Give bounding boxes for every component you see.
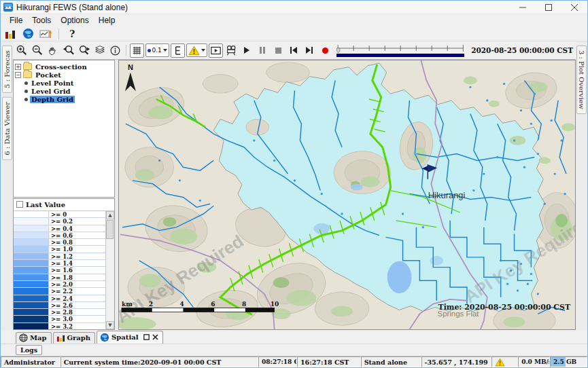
map-time-label: Time: 2020-08-25 00:00:00 CST xyxy=(438,303,570,312)
warning-icon xyxy=(495,358,505,367)
legend-list: >= 0 >= 0.2 >= 0.4 >= 0.6 >= 0.8 >= 1.0 … xyxy=(14,211,105,329)
place-label-hikurangi: Hikurangi xyxy=(428,190,466,200)
legend-row: >= 2.6 xyxy=(14,302,105,309)
warning-dropdown[interactable] xyxy=(186,43,207,57)
pan-hand-icon xyxy=(47,45,58,56)
stop-button[interactable] xyxy=(271,43,286,58)
interval-value: 0.1 xyxy=(152,47,162,54)
tree-item-level-grid[interactable]: Level Grid xyxy=(15,87,113,95)
tab-plot-overview[interactable]: 3 : Plot Overview xyxy=(576,45,587,114)
pause-button[interactable] xyxy=(256,43,270,58)
tree-label-selected[interactable]: Depth Grid xyxy=(30,96,75,103)
svg-text:4: 4 xyxy=(179,301,184,308)
grid-display-button[interactable] xyxy=(130,43,144,58)
tab-close-icon[interactable] xyxy=(152,334,158,340)
legend-row: >= 1.8 xyxy=(14,274,105,281)
tab-graph[interactable]: Graph xyxy=(53,332,96,344)
legend-scrollbar[interactable]: ▲ ▼ xyxy=(105,211,114,329)
close-icon xyxy=(571,4,578,11)
tree-label[interactable]: Level Grid xyxy=(30,88,71,95)
status-bar: Administrator Current system time:2020-0… xyxy=(1,356,587,367)
contour-interval-dropdown[interactable]: 0.1 xyxy=(145,43,169,57)
tree-item-depth-grid[interactable]: Depth Grid xyxy=(15,95,113,103)
legend-row: >= 3.0 xyxy=(14,316,105,323)
info-button[interactable] xyxy=(108,43,122,58)
profile-display-button[interactable] xyxy=(39,28,52,40)
legend-label: >= 0.8 xyxy=(49,239,105,245)
warning-icon xyxy=(188,45,200,56)
zoom-previous-button[interactable] xyxy=(61,43,75,58)
map-display-button[interactable] xyxy=(21,28,35,40)
legend-toggle-button[interactable] xyxy=(171,43,185,58)
legend-swatch xyxy=(14,225,49,232)
status-network-speed: 0.0 MB/s xyxy=(518,356,550,367)
tree-item-level-point[interactable]: Level Point xyxy=(15,79,113,87)
status-warning-cell[interactable] xyxy=(491,356,518,367)
scroll-thumb[interactable] xyxy=(106,220,114,239)
expand-icon[interactable]: + xyxy=(15,64,21,70)
tab-maximize-icon[interactable] xyxy=(143,334,150,340)
legend-row: >= 2.0 xyxy=(14,281,105,288)
step-back-button[interactable] xyxy=(287,43,301,58)
menu-help[interactable]: Help xyxy=(94,15,120,26)
legend-row: >= 2.2 xyxy=(14,288,105,295)
tree-label[interactable]: Cross-section xyxy=(34,63,88,71)
bar-chart-icon xyxy=(56,334,65,342)
last-value-checkbox[interactable] xyxy=(16,201,23,208)
legend-swatch xyxy=(14,309,49,315)
chevron-down-icon xyxy=(163,49,167,52)
map-view[interactable]: API Key Required API Key Required Hikura… xyxy=(118,60,576,330)
legend-label: >= 1.6 xyxy=(49,267,105,273)
spatial-layer-tree[interactable]: + Cross-section − Pocket Level Point xyxy=(13,60,115,198)
status-system-time: Current system time:2020-09-01 00:00 CST xyxy=(60,356,258,367)
tab-map[interactable]: Map xyxy=(16,332,52,344)
wire-globe-icon xyxy=(19,333,28,342)
legend-label: >= 1.4 xyxy=(49,260,105,266)
zoom-out-button[interactable] xyxy=(30,43,44,58)
legend-swatch xyxy=(14,323,49,329)
legend-label: >= 2.2 xyxy=(49,288,105,294)
menu-tools[interactable]: Tools xyxy=(27,15,56,26)
animation-button[interactable] xyxy=(209,43,223,58)
tab-forecasts[interactable]: 5 : Forecas xyxy=(2,45,12,93)
legend-swatch xyxy=(14,302,49,308)
close-button[interactable] xyxy=(561,1,587,14)
tree-label[interactable]: Pocket xyxy=(34,71,63,79)
legend-swatch xyxy=(14,267,49,273)
view-tab-bar: Map Graph Spatial xyxy=(1,330,587,344)
logs-button[interactable]: Logs xyxy=(16,345,42,355)
layers-button[interactable] xyxy=(92,43,107,58)
tree-item-pocket[interactable]: − Pocket xyxy=(15,71,113,79)
tab-data-viewer[interactable]: 6 : Data Viewer xyxy=(2,97,12,160)
legend-row: >= 2.4 xyxy=(14,295,105,302)
zoom-in-button[interactable] xyxy=(14,43,29,58)
current-map-datetime: 2020-08-25 00:00:00 CST xyxy=(471,46,573,54)
tree-item-cross-section[interactable]: + Cross-section xyxy=(15,62,113,71)
tree-label[interactable]: Level Point xyxy=(30,79,75,87)
minimize-button[interactable] xyxy=(510,1,536,14)
zoom-next-button[interactable] xyxy=(77,43,91,58)
legend-swatch xyxy=(14,246,49,252)
database-viewer-button[interactable] xyxy=(3,28,17,40)
legend-row: >= 3.2 xyxy=(14,323,105,329)
help-button[interactable]: ? xyxy=(65,28,79,40)
collapse-icon[interactable]: − xyxy=(15,72,21,78)
status-user: Administrator xyxy=(1,356,60,367)
pan-button[interactable] xyxy=(46,43,60,58)
maximize-button[interactable] xyxy=(536,1,561,14)
legend-label: >= 1.8 xyxy=(49,274,105,280)
legend-swatch xyxy=(14,260,49,266)
time-slider[interactable] xyxy=(336,44,464,57)
record-button[interactable] xyxy=(318,43,332,58)
globe-icon xyxy=(22,28,34,39)
menu-file[interactable]: File xyxy=(5,15,27,26)
step-forward-button[interactable] xyxy=(302,43,317,58)
movie-export-button[interactable] xyxy=(224,43,239,58)
scroll-down-icon[interactable]: ▼ xyxy=(106,321,114,329)
title-bar: Hikurangi FEWS (Stand alone) xyxy=(1,1,587,14)
menu-options[interactable]: Options xyxy=(56,15,93,26)
scroll-up-icon[interactable]: ▲ xyxy=(106,211,114,219)
play-button[interactable] xyxy=(240,43,254,58)
time-slider-handle[interactable] xyxy=(336,48,339,53)
tab-spatial[interactable]: Spatial xyxy=(97,331,162,344)
